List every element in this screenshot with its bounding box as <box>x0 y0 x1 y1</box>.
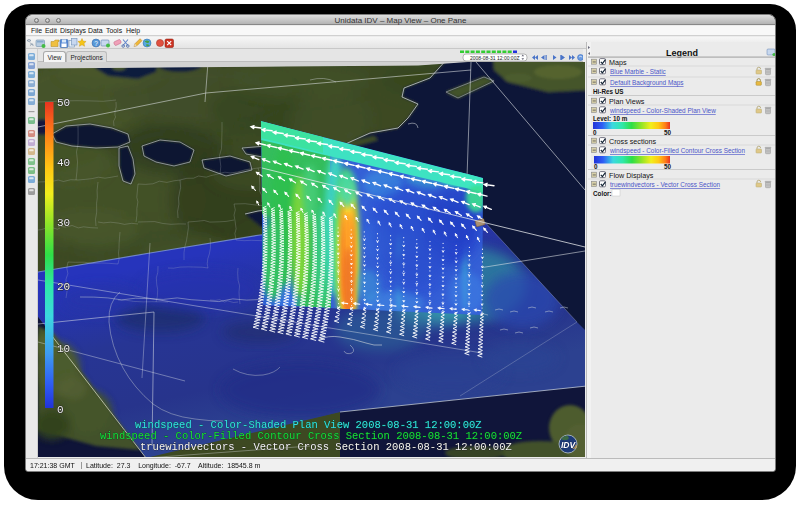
svg-text:Cross sections: Cross sections <box>609 137 657 146</box>
svg-text:0: 0 <box>594 163 598 170</box>
svg-text:30: 30 <box>57 217 70 229</box>
svg-text:2008-08-31 12:00:00Z: 2008-08-31 12:00:00Z <box>470 55 519 61</box>
svg-text:Plan Views: Plan Views <box>609 97 645 106</box>
svg-text:truewindvectors - Vector Cross: truewindvectors - Vector Cross Section <box>610 181 721 188</box>
svg-text:40: 40 <box>57 157 70 169</box>
svg-text:IDV: IDV <box>561 440 577 450</box>
svg-text:Color:: Color: <box>593 190 612 197</box>
svg-text:windspeed - Color-Filled Conto: windspeed - Color-Filled Contour Cross S… <box>609 147 745 155</box>
svg-text:Hi-Res US: Hi-Res US <box>593 88 623 95</box>
svg-text:Blue Marble - Static: Blue Marble - Static <box>610 68 667 75</box>
svg-text:0: 0 <box>593 129 597 136</box>
svg-text:20: 20 <box>57 281 70 293</box>
svg-text:Legend: Legend <box>666 48 698 58</box>
svg-text:10: 10 <box>57 343 70 355</box>
svg-text:0: 0 <box>57 404 64 416</box>
svg-text:truewindvectors - Vector Cross: truewindvectors - Vector Cross Section 2… <box>140 441 512 453</box>
svg-text:50: 50 <box>57 97 70 109</box>
svg-text:50: 50 <box>664 129 672 136</box>
svg-text:Default Background Maps: Default Background Maps <box>610 79 684 87</box>
svg-text:Maps: Maps <box>609 58 627 67</box>
svg-text:50: 50 <box>664 163 672 170</box>
svg-text:?: ? <box>94 40 98 47</box>
svg-text:Flow Displays: Flow Displays <box>609 171 654 180</box>
svg-text:Level: 10 m: Level: 10 m <box>593 115 628 122</box>
